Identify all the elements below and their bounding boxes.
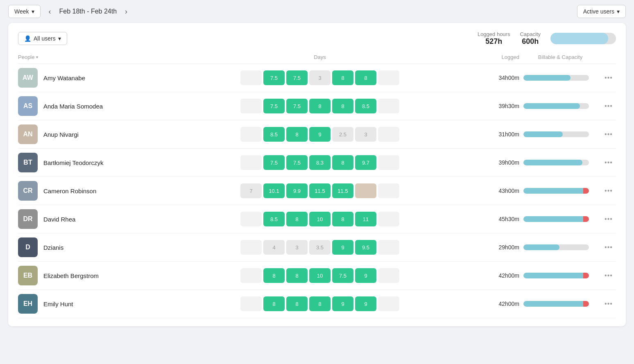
table-row: ASAnda Maria Somodea7.57.5888.539h30m••• (18, 92, 616, 120)
day-cell[interactable]: 8 (332, 155, 353, 170)
avatar: AS (18, 96, 38, 116)
user-name: Anup Nivargi (43, 131, 79, 138)
day-cell[interactable]: 8.3 (309, 155, 331, 170)
day-cell[interactable]: 8.5 (263, 212, 285, 226)
day-cell[interactable]: 8 (286, 127, 308, 142)
row-actions-button[interactable]: ••• (601, 74, 616, 81)
user-info: ASAnda Maria Somodea (18, 96, 157, 116)
row-actions-button[interactable]: ••• (601, 131, 616, 138)
user-bar-fill (523, 131, 563, 137)
day-cell[interactable]: 8.5 (263, 127, 285, 142)
logged-value: 45h30m (482, 216, 519, 222)
row-actions-button[interactable]: ••• (601, 272, 616, 279)
user-bar-overflow (583, 188, 589, 194)
day-cell[interactable]: 8 (286, 296, 308, 311)
day-cell[interactable]: 8 (263, 268, 285, 283)
avatar: BT (18, 153, 38, 172)
user-info: EBElizabeth Bergstrom (18, 266, 157, 285)
day-cell[interactable]: 9 (332, 240, 353, 255)
day-cell[interactable]: 7 (240, 183, 262, 198)
user-bar-track (523, 301, 589, 307)
day-cell[interactable]: 9 (332, 296, 353, 311)
day-cell[interactable]: 7.5 (332, 268, 353, 283)
capacity-bar-fill (550, 33, 608, 44)
user-bar-fill (523, 188, 589, 194)
capacity-value: 600h (520, 37, 541, 46)
day-cell[interactable]: 2.5 (332, 127, 353, 142)
day-cell[interactable]: 9.7 (355, 155, 376, 170)
day-cell[interactable]: 8 (332, 70, 353, 85)
week-selector[interactable]: Week ▾ (8, 5, 41, 18)
active-users-label: Active users (583, 8, 614, 15)
day-cell[interactable]: 9.5 (355, 240, 376, 255)
day-cell[interactable]: 10 (309, 268, 331, 283)
week-dropdown-icon: ▾ (32, 8, 34, 15)
row-actions-button[interactable]: ••• (601, 159, 616, 166)
day-cell (355, 183, 376, 198)
day-cell[interactable]: 11.5 (309, 183, 331, 198)
day-cell (240, 240, 262, 255)
prev-week-button[interactable]: ‹ (45, 6, 54, 18)
next-week-button[interactable]: › (122, 6, 131, 18)
day-cell (378, 127, 399, 142)
day-cell[interactable]: 8 (263, 296, 285, 311)
row-actions-button[interactable]: ••• (601, 300, 616, 307)
days-cells: 7.57.58.389.7 (157, 155, 482, 170)
logged-label: Logged hours (478, 31, 510, 37)
table-row: EHEmily Hunt8889942h00m••• (18, 290, 616, 318)
day-cell[interactable]: 8 (355, 70, 376, 85)
day-cell[interactable]: 7.5 (286, 99, 308, 113)
avatar: AW (18, 68, 38, 88)
day-cell[interactable]: 11.5 (332, 183, 353, 198)
day-cell[interactable]: 9 (355, 296, 376, 311)
billable-col (519, 301, 601, 307)
day-cell[interactable]: 8 (332, 212, 353, 226)
row-actions-button[interactable]: ••• (601, 102, 616, 110)
day-cell[interactable]: 7.5 (286, 70, 308, 85)
logged-value: 39h30m (482, 103, 519, 109)
day-cell[interactable]: 8 (286, 268, 308, 283)
active-users-dropdown-icon: ▾ (617, 8, 620, 15)
day-cell[interactable]: 4 (263, 240, 285, 255)
day-cell[interactable]: 3 (286, 240, 308, 255)
day-cell[interactable]: 3 (355, 127, 376, 142)
avatar: DR (18, 209, 38, 229)
day-cell[interactable]: 3.5 (309, 240, 331, 255)
active-users-button[interactable]: Active users ▾ (577, 5, 626, 18)
day-cell[interactable]: 3 (309, 70, 331, 85)
days-cells: 710.19.911.511.5 (157, 183, 482, 198)
days-cells: 7.57.5888.5 (157, 99, 482, 113)
day-cell[interactable]: 7.5 (263, 99, 285, 113)
row-actions-button[interactable]: ••• (601, 215, 616, 223)
day-cell[interactable]: 10 (309, 212, 331, 226)
all-users-filter[interactable]: 👤 All users ▾ (18, 32, 67, 45)
user-name: Anda Maria Somodea (43, 103, 103, 110)
header-logged: Logged (482, 54, 519, 60)
user-info: EHEmily Hunt (18, 294, 157, 314)
day-cell[interactable]: 9 (355, 268, 376, 283)
day-cell[interactable]: 11 (355, 212, 376, 226)
day-cell[interactable]: 7.5 (263, 70, 285, 85)
day-cell[interactable]: 8.5 (355, 99, 376, 113)
avatar: AN (18, 124, 38, 144)
date-range: Feb 18th - Feb 24th (59, 8, 117, 15)
header-people[interactable]: People ▾ (18, 54, 157, 60)
day-cell[interactable]: 8 (332, 99, 353, 113)
day-cell[interactable]: 8 (309, 99, 331, 113)
day-cell[interactable]: 9.9 (286, 183, 308, 198)
day-cell[interactable]: 7.5 (263, 155, 285, 170)
user-bar-fill (523, 273, 589, 278)
row-actions-button[interactable]: ••• (601, 187, 616, 194)
user-name: Dzianis (43, 244, 63, 251)
days-cells: 88107.59 (157, 268, 482, 283)
capacity-label: Capacity (520, 31, 541, 37)
day-cell[interactable]: 8 (286, 212, 308, 226)
day-cell[interactable]: 7.5 (286, 155, 308, 170)
day-cell[interactable]: 10.1 (263, 183, 285, 198)
day-cell[interactable]: 8 (309, 296, 331, 311)
row-actions-button[interactable]: ••• (601, 244, 616, 251)
logged-value: 29h00m (482, 244, 519, 251)
people-sort[interactable]: People ▾ (18, 54, 38, 60)
user-bar-track (523, 216, 589, 222)
day-cell[interactable]: 9 (309, 127, 331, 142)
